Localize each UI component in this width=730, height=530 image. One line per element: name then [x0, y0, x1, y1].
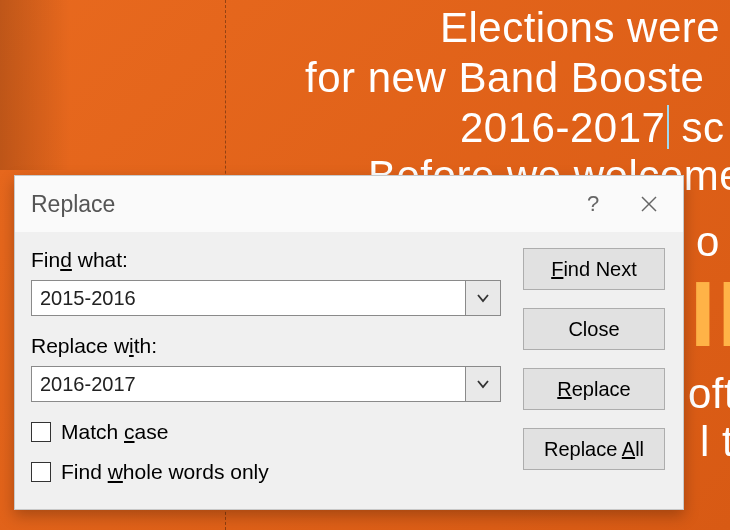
replace-button[interactable]: Replace	[523, 368, 665, 410]
options-group: Match case Find whole words only	[31, 420, 501, 484]
slide-text-line: Elections were	[440, 4, 720, 52]
slide-text-line: 2016-2017 sc	[460, 104, 725, 153]
close-icon	[640, 195, 658, 213]
dialog-button-column: Find Next Close Replace Replace All	[523, 248, 665, 500]
slide-text-fragment: sc	[669, 104, 724, 151]
find-next-button[interactable]: Find Next	[523, 248, 665, 290]
slide-text-line: oft	[688, 370, 730, 418]
slide-text-fragment: 2016-2017	[460, 104, 665, 151]
replace-all-button[interactable]: Replace All	[523, 428, 665, 470]
checkbox-box	[31, 422, 51, 442]
chevron-down-icon	[476, 293, 490, 303]
shadow-decor	[0, 0, 70, 170]
replace-dialog: Replace ? Find what: Replace with:	[14, 175, 684, 510]
chevron-down-icon	[476, 379, 490, 389]
help-button[interactable]: ?	[565, 176, 621, 232]
checkbox-label: Match case	[61, 420, 168, 444]
slide-text-fragment: o g	[696, 218, 730, 266]
find-what-combo	[31, 280, 501, 316]
dialog-body: Find what: Replace with:	[15, 232, 683, 510]
replace-with-input[interactable]	[31, 366, 465, 402]
find-what-input[interactable]	[31, 280, 465, 316]
slide-background: Elections were for new Band Booste 2016-…	[0, 0, 730, 530]
replace-with-label: Replace with:	[31, 334, 501, 358]
dialog-title: Replace	[31, 191, 565, 218]
dialog-titlebar: Replace ?	[15, 176, 683, 232]
find-what-dropdown[interactable]	[465, 280, 501, 316]
match-case-checkbox[interactable]: Match case	[31, 420, 501, 444]
checkbox-box	[31, 462, 51, 482]
text-cursor	[667, 105, 669, 149]
slide-big-text: IK	[690, 262, 730, 367]
find-what-label: Find what:	[31, 248, 501, 272]
replace-with-combo	[31, 366, 501, 402]
dialog-left-column: Find what: Replace with:	[31, 248, 501, 500]
checkbox-label: Find whole words only	[61, 460, 269, 484]
close-button[interactable]	[621, 176, 677, 232]
replace-with-dropdown[interactable]	[465, 366, 501, 402]
close-dialog-button[interactable]: Close	[523, 308, 665, 350]
slide-text-line: l t	[700, 418, 730, 466]
slide-text-line: for new Band Booste	[305, 54, 704, 102]
whole-words-checkbox[interactable]: Find whole words only	[31, 460, 501, 484]
